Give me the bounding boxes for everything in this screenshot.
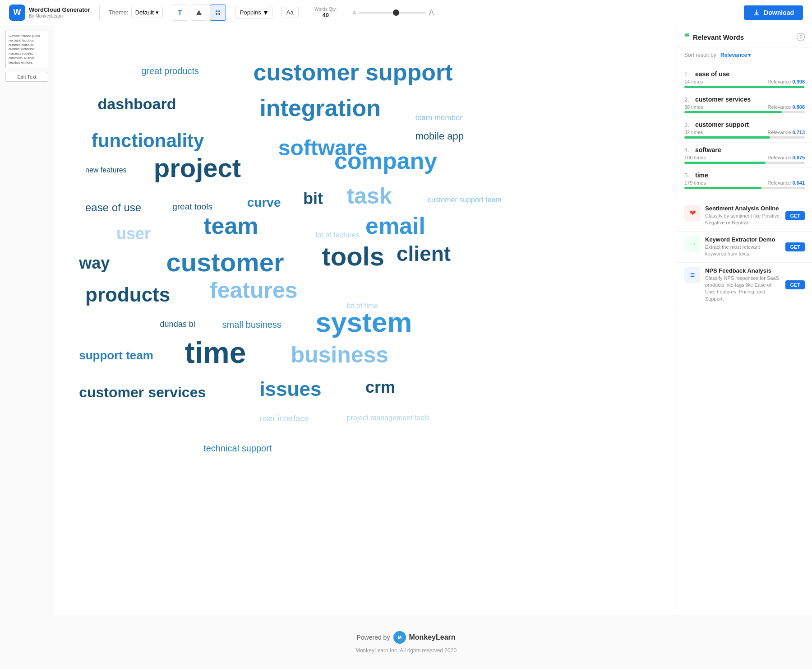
- quote-icon: ❝: [684, 32, 689, 42]
- relevant-words-title: Relevant Words: [693, 33, 744, 41]
- progress-bar-bg: [684, 86, 805, 88]
- word-23: tools: [322, 243, 384, 269]
- get-button-1[interactable]: GET: [785, 242, 805, 251]
- relevant-item-2: 3. customer support 32 times Relevance 0…: [677, 117, 812, 143]
- tool-card-2: ≡ NPS Feedback Analysis Classify NPS res…: [677, 263, 812, 308]
- app-subtitle: By MonkeyLearn: [29, 14, 90, 19]
- size-small-label: A: [353, 10, 356, 15]
- word-26: features: [210, 279, 298, 302]
- header-divider: [99, 5, 100, 20]
- word-14: bit: [303, 190, 323, 207]
- word-7: mobile app: [415, 131, 464, 141]
- item-num: 1.: [684, 71, 692, 78]
- word-19: lot of features: [316, 232, 360, 239]
- svg-text:M: M: [398, 635, 401, 640]
- item-times: 32 times: [684, 130, 703, 135]
- tool-desc-2: Classify NPS responses for SaaS products…: [705, 275, 781, 303]
- tool-icon-0: ❤: [684, 205, 701, 221]
- word-4: team member: [415, 114, 462, 121]
- word-37: user interface: [259, 414, 309, 423]
- tool-desc-0: Classify by sentiment like Positive, Neg…: [705, 213, 781, 227]
- relevant-item-4: 5. time 179 times Relevance 0.641: [677, 168, 812, 193]
- item-relevance-label: Relevance 0.713: [767, 130, 805, 135]
- help-icon[interactable]: ?: [797, 33, 805, 41]
- word-1: great products: [141, 66, 199, 75]
- monkeylearn-logo: M MonkeyLearn: [393, 631, 455, 644]
- word-13: curve: [247, 196, 281, 209]
- progress-bar-fill: [684, 111, 782, 113]
- relevant-item-3: 4. software 100 times Relevance 0.675: [677, 143, 812, 168]
- word-5: functionality: [92, 131, 204, 150]
- monkeylearn-brand: MonkeyLearn: [409, 633, 455, 641]
- size-slider-area: A A: [353, 9, 434, 17]
- text-format-button[interactable]: T: [172, 5, 188, 21]
- word-22: customer: [166, 249, 284, 275]
- progress-bar-fill: [684, 136, 770, 139]
- sort-label: Sort result by:: [684, 52, 718, 58]
- word-12: great tools: [172, 202, 212, 211]
- size-slider[interactable]: [359, 12, 426, 14]
- toolbar-icons: T: [172, 5, 226, 21]
- item-times: 100 times: [684, 155, 706, 160]
- download-button[interactable]: Download: [744, 5, 803, 20]
- word-35: issues: [259, 379, 321, 399]
- font-size-button[interactable]: Aa: [281, 7, 299, 18]
- word-25: products: [85, 285, 170, 305]
- word-34: customer services: [79, 385, 206, 400]
- theme-label: Theme:: [109, 9, 129, 16]
- svg-marker-0: [196, 10, 202, 15]
- item-name: customer support: [695, 121, 805, 128]
- tool-info-1: Keyword Extractor Demo Extract the most …: [705, 236, 781, 258]
- footer-powered: Powered by M MonkeyLearn: [356, 631, 455, 644]
- word-16: customer support team: [428, 196, 502, 204]
- item-times: 179 times: [684, 180, 706, 186]
- progress-bar-bg: [684, 136, 805, 139]
- relevant-words-header: ❝ Relevant Words ?: [677, 25, 812, 47]
- get-button-2[interactable]: GET: [785, 280, 805, 289]
- layout-button[interactable]: [210, 5, 226, 21]
- word-28: dundas bi: [160, 320, 195, 328]
- word-24: client: [397, 243, 451, 264]
- shape-button[interactable]: [191, 5, 207, 21]
- slider-thumb[interactable]: [393, 9, 399, 16]
- word-29: small business: [222, 320, 281, 329]
- chevron-down-icon: ▾: [748, 52, 751, 58]
- word-17: user: [116, 226, 151, 242]
- item-relevance-val: 0.641: [792, 180, 805, 186]
- item-name: software: [695, 146, 805, 153]
- word-38: project management tools: [347, 414, 430, 422]
- word-33: business: [291, 344, 388, 366]
- tool-icon-2: ≡: [684, 267, 701, 283]
- word-cloud-canvas: customer supportgreat productsdashboardi…: [54, 25, 677, 615]
- relevant-item-1: 2. customer services 36 times Relevance …: [677, 92, 812, 117]
- tool-name-1: Keyword Extractor Demo: [705, 236, 781, 243]
- word-18: team: [203, 214, 258, 237]
- app-title: WordCloud Generator: [29, 6, 90, 14]
- font-select[interactable]: Poppins ▾: [235, 6, 272, 19]
- item-num: 4.: [684, 147, 692, 153]
- tool-desc-1: Extract the most relevant keywords from …: [705, 244, 781, 258]
- relevant-list: 1. ease of use 14 times Relevance 0.998 …: [677, 63, 812, 197]
- font-name: Poppins: [240, 9, 261, 16]
- tools-section: ❤ Sentiment Analysis Online Classify by …: [677, 197, 812, 311]
- progress-bar-fill: [684, 86, 804, 88]
- progress-bar-bg: [684, 111, 805, 113]
- theme-select[interactable]: Default ▾: [131, 7, 163, 18]
- word-cloud-area: customer supportgreat productsdashboardi…: [54, 25, 677, 615]
- right-panel: ❝ Relevant Words ? Sort result by: Relev…: [677, 25, 812, 615]
- words-qty-label: Words Qty.: [314, 7, 337, 12]
- item-times: 36 times: [684, 104, 703, 110]
- word-10: company: [334, 149, 437, 172]
- edit-text-button[interactable]: Edit Text: [5, 72, 48, 82]
- item-relevance-val: 0.713: [792, 130, 805, 135]
- size-big-label: A: [429, 9, 434, 17]
- chevron-down-icon: ▾: [156, 9, 159, 16]
- get-button-0[interactable]: GET: [785, 211, 805, 220]
- tool-info-0: Sentiment Analysis Online Classify by se…: [705, 205, 781, 227]
- tool-name-2: NPS Feedback Analysis: [705, 267, 781, 274]
- monkeylearn-icon: M: [393, 631, 406, 644]
- word-2: dashboard: [98, 96, 176, 112]
- powered-by-label: Powered by: [356, 634, 390, 641]
- sort-select[interactable]: Relevance ▾: [720, 52, 751, 58]
- word-32: time: [185, 338, 246, 367]
